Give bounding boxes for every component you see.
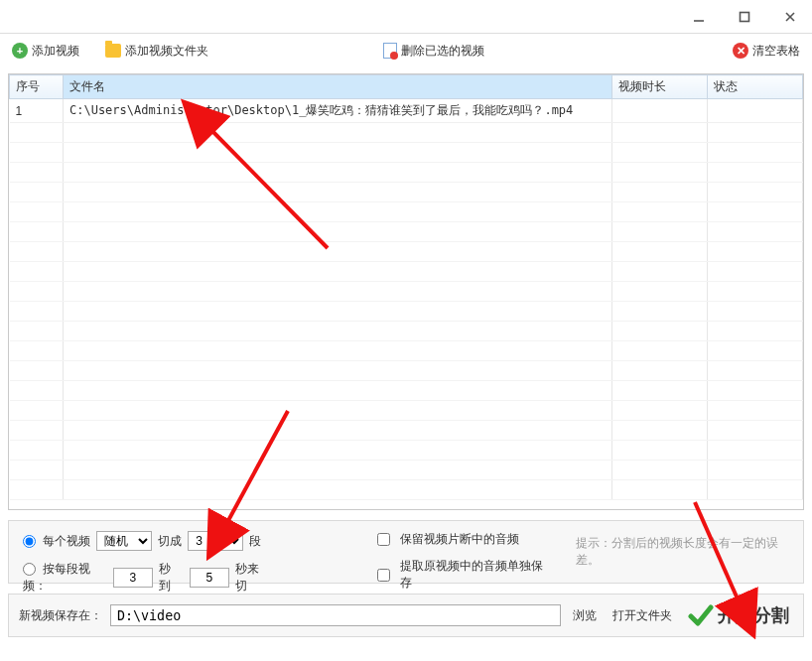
add-video-button[interactable]: + 添加视频 bbox=[12, 43, 79, 60]
cell-status bbox=[708, 99, 803, 123]
add-folder-label: 添加视频文件夹 bbox=[125, 43, 208, 60]
browse-button[interactable]: 浏览 bbox=[569, 607, 601, 624]
keep-audio-input[interactable] bbox=[377, 533, 390, 546]
sec-mid-label: 秒 到 bbox=[159, 561, 184, 595]
sec-suffix: 秒来切 bbox=[235, 561, 268, 595]
delete-doc-icon bbox=[383, 43, 397, 59]
table-row-blank bbox=[10, 401, 803, 421]
delete-selected-button[interactable]: 删除已选的视频 bbox=[383, 43, 484, 60]
table-row-blank bbox=[10, 480, 803, 500]
start-split-label: 开始分割 bbox=[718, 603, 789, 627]
table-row[interactable]: 1C:\Users\Administrator\Desktop\1_爆笑吃鸡：猜… bbox=[10, 99, 803, 123]
open-folder-button[interactable]: 打开文件夹 bbox=[609, 607, 676, 624]
minimize-button[interactable] bbox=[685, 7, 713, 27]
window-titlebar bbox=[0, 0, 812, 34]
cut-into-label: 切成 bbox=[158, 533, 182, 550]
table-row-blank bbox=[10, 183, 803, 202]
cell-duration bbox=[612, 99, 708, 123]
video-table-container: 序号 文件名 视频时长 状态 1C:\Users\Administrator\D… bbox=[8, 73, 804, 510]
options-panel: 每个视频 随机 切成 3 段 按每段视频： 秒 到 秒来切 保留视频片断中的音频 bbox=[8, 520, 804, 584]
folder-icon bbox=[105, 44, 121, 58]
th-index[interactable]: 序号 bbox=[10, 75, 64, 99]
sec-from-input[interactable] bbox=[113, 568, 153, 588]
radio-per-video-input[interactable] bbox=[23, 535, 36, 548]
table-row-blank bbox=[10, 461, 803, 480]
clear-table-button[interactable]: ✕ 清空表格 bbox=[733, 43, 800, 60]
radio-per-segment[interactable]: 按每段视频： bbox=[23, 561, 107, 595]
table-row-blank bbox=[10, 381, 803, 401]
svg-rect-1 bbox=[741, 12, 749, 21]
th-duration[interactable]: 视频时长 bbox=[612, 75, 708, 99]
plus-icon: + bbox=[12, 43, 28, 59]
keep-audio-label: 保留视频片断中的音频 bbox=[400, 531, 519, 548]
clear-icon: ✕ bbox=[733, 43, 748, 59]
table-row-blank bbox=[10, 421, 803, 441]
table-row-blank bbox=[10, 242, 803, 262]
sec-to-input[interactable] bbox=[190, 568, 229, 588]
close-button[interactable] bbox=[776, 7, 804, 27]
video-table: 序号 文件名 视频时长 状态 1C:\Users\Administrator\D… bbox=[9, 74, 803, 500]
add-folder-button[interactable]: 添加视频文件夹 bbox=[105, 43, 208, 60]
table-row-blank bbox=[10, 441, 803, 461]
start-split-button[interactable]: 开始分割 bbox=[684, 600, 793, 630]
toolbar: + 添加视频 添加视频文件夹 删除已选的视频 ✕ 清空表格 bbox=[0, 34, 812, 67]
random-select[interactable]: 随机 bbox=[96, 531, 152, 551]
table-row-blank bbox=[10, 123, 803, 143]
checkmark-icon bbox=[688, 602, 714, 628]
table-row-blank bbox=[10, 163, 803, 183]
table-row-blank bbox=[10, 202, 803, 222]
table-row-blank bbox=[10, 143, 803, 163]
table-row-blank bbox=[10, 341, 803, 361]
radio-per-video[interactable]: 每个视频 bbox=[23, 533, 90, 550]
extract-audio-checkbox[interactable]: 提取原视频中的音频单独保存 bbox=[377, 558, 546, 592]
th-filename[interactable]: 文件名 bbox=[64, 75, 612, 99]
cell-filename: C:\Users\Administrator\Desktop\1_爆笑吃鸡：猜猜… bbox=[64, 99, 612, 123]
save-path-label: 新视频保存在： bbox=[19, 607, 102, 624]
table-row-blank bbox=[10, 262, 803, 282]
extract-audio-label: 提取原视频中的音频单独保存 bbox=[400, 558, 546, 592]
clear-table-label: 清空表格 bbox=[752, 43, 800, 60]
cell-index: 1 bbox=[10, 99, 64, 123]
keep-audio-checkbox[interactable]: 保留视频片断中的音频 bbox=[377, 531, 546, 548]
save-path-input[interactable] bbox=[110, 604, 561, 626]
table-row-blank bbox=[10, 222, 803, 242]
extract-audio-input[interactable] bbox=[377, 569, 390, 582]
segments-select[interactable]: 3 bbox=[188, 531, 243, 551]
hint-text: 提示：分割后的视频长度会有一定的误差。 bbox=[576, 535, 791, 569]
table-row-blank bbox=[10, 302, 803, 322]
radio-per-video-label: 每个视频 bbox=[43, 534, 90, 548]
table-row-blank bbox=[10, 282, 803, 302]
table-row-blank bbox=[10, 322, 803, 341]
table-row-blank bbox=[10, 361, 803, 381]
delete-selected-label: 删除已选的视频 bbox=[401, 43, 484, 60]
save-bar: 新视频保存在： 浏览 打开文件夹 开始分割 bbox=[8, 594, 804, 637]
radio-per-segment-input[interactable] bbox=[23, 563, 36, 576]
th-status[interactable]: 状态 bbox=[708, 75, 803, 99]
segments-suffix: 段 bbox=[249, 533, 261, 550]
maximize-button[interactable] bbox=[731, 7, 758, 27]
add-video-label: 添加视频 bbox=[32, 43, 79, 60]
